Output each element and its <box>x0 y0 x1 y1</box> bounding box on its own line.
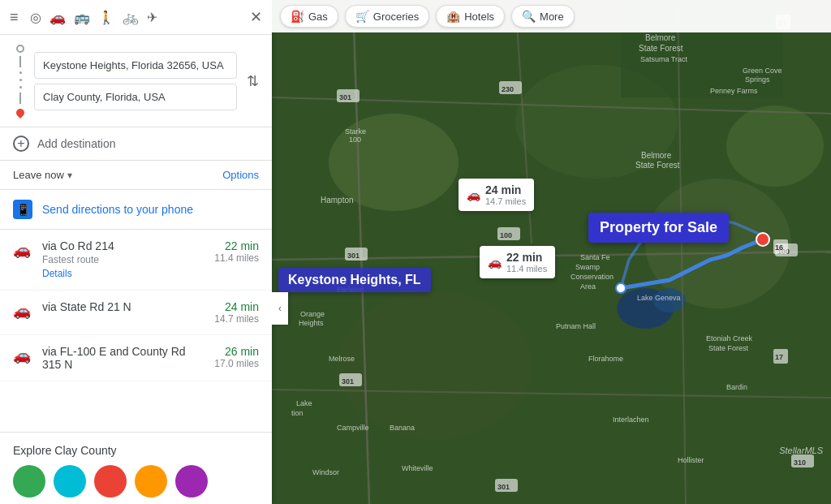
svg-text:Whiteville: Whiteville <box>402 464 433 472</box>
svg-text:Banana: Banana <box>390 424 415 432</box>
svg-text:Area: Area <box>580 282 596 291</box>
svg-text:310: 310 <box>794 459 806 467</box>
svg-text:Conservation: Conservation <box>571 273 614 281</box>
destination-input[interactable] <box>34 84 237 110</box>
route-sub-1: Fastest route <box>42 254 203 265</box>
route-item-2[interactable]: 🚗 via State Rd 21 N 24 min 14.7 miles <box>0 291 272 335</box>
callout-24-dist: 14.7 miles <box>485 196 526 206</box>
dot1 <box>19 71 22 74</box>
chevron-down-icon: ▾ <box>67 170 72 181</box>
svg-text:Melrose: Melrose <box>329 355 355 363</box>
callout-car-icon-24: 🚗 <box>467 188 480 201</box>
chip-gas[interactable]: ⛽ Gas <box>280 5 338 28</box>
explore-circle-5[interactable] <box>175 465 208 498</box>
close-icon[interactable]: ✕ <box>250 8 262 26</box>
route-dist-3: 17.0 miles <box>214 358 259 369</box>
leave-now-button[interactable]: Leave now ▾ <box>13 169 72 181</box>
menu-icon[interactable]: ≡ <box>10 9 19 26</box>
svg-text:301: 301 <box>347 252 360 260</box>
add-destination-row[interactable]: + Add destination <box>0 127 272 161</box>
options-button[interactable]: Options <box>222 169 259 181</box>
svg-text:Florahome: Florahome <box>588 355 623 363</box>
chip-more-label: More <box>540 11 564 23</box>
svg-text:230: 230 <box>502 85 514 93</box>
callout-22-time: 22 min <box>506 251 547 264</box>
phone-icon: 📱 <box>13 200 32 219</box>
chip-hotels-label: Hotels <box>464 11 494 23</box>
route-time-1: 22 min <box>214 239 259 252</box>
inputs-col <box>34 52 237 110</box>
callout-24-time: 24 min <box>485 183 526 196</box>
destination-pin <box>15 107 26 118</box>
svg-text:State Forest: State Forest <box>635 161 680 170</box>
svg-text:Santa Fe: Santa Fe <box>580 253 610 261</box>
svg-point-6 <box>726 106 824 187</box>
explore-circle-2[interactable] <box>54 465 86 498</box>
svg-text:Interlachen: Interlachen <box>613 416 649 424</box>
svg-text:Campville: Campville <box>337 424 369 432</box>
svg-text:Starke: Starke <box>345 127 366 136</box>
leave-options-bar: Leave now ▾ Options <box>0 161 272 190</box>
route-dist-2: 14.7 miles <box>214 313 259 325</box>
car-mode-icon[interactable]: 🚗 <box>50 10 66 25</box>
car-icon-1: 🚗 <box>13 241 31 259</box>
callout-24-info: 24 min 14.7 miles <box>485 183 526 206</box>
explore-section: Explore Clay County <box>0 432 272 504</box>
waypoint-dots <box>13 45 28 117</box>
explore-circles <box>13 465 259 498</box>
chip-hotels[interactable]: 🏨 Hotels <box>436 5 505 28</box>
chip-more[interactable]: 🔍 More <box>511 5 575 28</box>
swap-button[interactable]: ⇅ <box>243 69 262 93</box>
callout-24min: 🚗 24 min 14.7 miles <box>459 179 534 211</box>
cycling-mode-icon[interactable]: 🚲 <box>123 10 139 25</box>
route-inputs: ⇅ <box>0 35 272 127</box>
svg-text:16: 16 <box>775 243 783 252</box>
route-item-1[interactable]: 🚗 via Co Rd 214 Fastest route Details 22… <box>0 230 272 291</box>
svg-text:Belmore: Belmore <box>641 151 672 160</box>
explore-icon[interactable]: ◎ <box>30 10 41 25</box>
svg-point-16 <box>616 283 626 293</box>
svg-text:100: 100 <box>500 231 512 239</box>
route-name-3: via FL-100 E and County Rd 315 N <box>42 345 203 371</box>
route-name-2: via State Rd 21 N <box>42 300 203 313</box>
explore-circle-4[interactable] <box>135 465 167 498</box>
route-name-1: via Co Rd 214 <box>42 239 203 252</box>
explore-circle-1[interactable] <box>13 465 45 498</box>
svg-text:301: 301 <box>497 483 510 491</box>
route-time-col-2: 24 min 14.7 miles <box>214 300 259 325</box>
svg-text:Springs: Springs <box>745 75 770 84</box>
chip-groceries-label: Groceries <box>373 11 419 23</box>
route-details-link-1[interactable]: Details <box>42 268 72 279</box>
map-top-bar: ⛽ Gas 🛒 Groceries 🏨 Hotels 🔍 More <box>272 0 831 32</box>
svg-text:Etoniah Creek: Etoniah Creek <box>706 334 753 342</box>
chip-groceries[interactable]: 🛒 Groceries <box>345 5 429 28</box>
car-icon-2: 🚗 <box>13 302 31 320</box>
send-directions-row[interactable]: 📱 Send directions to your phone <box>0 190 272 230</box>
transit-mode-icon[interactable]: 🚌 <box>74 10 90 25</box>
svg-text:17: 17 <box>775 353 783 361</box>
svg-text:Satsuma Tract: Satsuma Tract <box>640 55 688 63</box>
chip-gas-label: Gas <box>308 11 328 23</box>
callout-22-info: 22 min 11.4 miles <box>506 251 547 274</box>
svg-text:Heights: Heights <box>299 319 324 327</box>
property-label: Property for Sale <box>600 219 717 235</box>
route-info-1: via Co Rd 214 Fastest route Details <box>42 239 203 280</box>
map-area[interactable]: Belmore State Forest Satsuma Tract Green… <box>272 0 831 504</box>
callout-22min: 🚗 22 min 11.4 miles <box>480 246 555 278</box>
svg-text:Windsor: Windsor <box>312 468 339 476</box>
dot2 <box>19 79 22 81</box>
route-item-3[interactable]: 🚗 via FL-100 E and County Rd 315 N 26 mi… <box>0 335 272 381</box>
route-info-2: via State Rd 21 N <box>42 300 203 313</box>
svg-text:Hollister: Hollister <box>678 456 704 464</box>
explore-circle-3[interactable] <box>94 465 127 498</box>
route-line <box>19 56 21 67</box>
walking-mode-icon[interactable]: 🚶 <box>98 10 114 25</box>
dot3 <box>19 86 22 88</box>
route-line2 <box>19 93 21 104</box>
origin-input[interactable] <box>34 52 237 79</box>
keystone-label: Keystone Heights, FL <box>288 273 421 286</box>
map-expand-arrow[interactable]: ‹ <box>272 292 288 325</box>
top-bar: ≡ ◎ 🚗 🚌 🚶 🚲 ✈ ✕ <box>0 0 272 35</box>
svg-text:Belmore: Belmore <box>645 33 676 42</box>
flight-mode-icon[interactable]: ✈ <box>147 10 157 25</box>
